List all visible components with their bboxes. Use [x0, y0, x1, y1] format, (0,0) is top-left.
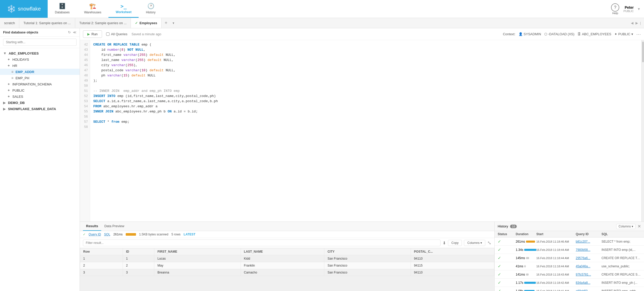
more-options-button[interactable]: ⋯	[636, 31, 641, 37]
query-id-link[interactable]: 97fc5781...	[576, 273, 601, 276]
databases-icon: 🗄️	[59, 3, 66, 10]
cell-lastname: Franklin	[241, 262, 324, 269]
schema-value: PUBLIC	[618, 32, 630, 36]
history-col-queryid: Query ID	[576, 232, 601, 236]
tree-item-information-schema[interactable]: ✦ INFORMATION_SCHEMA	[0, 81, 80, 87]
nav-label-warehouses: Warehouses	[84, 11, 101, 14]
history-row[interactable]: ✓ 141ms 16.Feb.2018 11:18:43 AM 97fc5781…	[495, 270, 644, 279]
tree-item-demo-db[interactable]: ▶ DEMO_DB	[0, 100, 80, 106]
context-schema[interactable]: ✦ PUBLIC ▾	[614, 32, 633, 36]
history-close-button[interactable]: ✕	[638, 224, 641, 229]
filter-input[interactable]	[83, 240, 440, 246]
refresh-icon[interactable]: ↻	[68, 30, 71, 34]
query-id-link[interactable]: a69cb50...	[576, 289, 601, 291]
tab-dropdown-arrow[interactable]: ▾	[171, 21, 176, 25]
duration-bar	[524, 290, 535, 291]
scroll-thumb[interactable]	[642, 42, 644, 62]
query-id-link[interactable]: b81c207...	[576, 240, 601, 243]
query-id-link[interactable]: Query ID	[89, 233, 101, 236]
all-queries-input[interactable]	[106, 32, 109, 36]
schema-icon: ✦	[614, 32, 617, 36]
download-icon[interactable]: ⬇	[443, 241, 446, 245]
table-icon: ≡	[11, 70, 13, 74]
sidebar-tree: ▼ ABC_EMPLOYEES ✦ HOLIDAYS ✦ HR ≡ EMP_AD…	[0, 48, 80, 291]
query-id-link[interactable]: 7900b58...	[576, 248, 601, 252]
tree-item-public[interactable]: ✦ PUBLIC	[0, 87, 80, 93]
sidebar-title: Find database objects	[3, 30, 38, 34]
results-tab-results[interactable]: Results	[83, 222, 101, 231]
results-tab-label: Results	[86, 224, 98, 228]
tab-scratch[interactable]: scratch	[0, 18, 19, 28]
tree-item-abc-employees[interactable]: ▼ ABC_EMPLOYEES	[0, 50, 80, 56]
start-cell: 16.Feb.2018 11:18:44 AM	[536, 265, 576, 268]
cell-lastname: Kidd	[241, 255, 324, 262]
nav-item-databases[interactable]: 🗄️ Databases	[48, 0, 77, 18]
history-col-status: Status	[498, 232, 516, 236]
status-icon: ✓	[498, 239, 516, 244]
tree-item-snowflake-sample-data[interactable]: ▶ SNOWFLAKE_SAMPLE_DATA	[0, 106, 80, 112]
nav-label-worksheet: Worksheet	[116, 10, 131, 14]
nav-expand-arrows[interactable]: ▾	[638, 6, 640, 11]
tab-scratch-label: scratch	[4, 21, 15, 25]
nav-item-history[interactable]: 🕐 History	[139, 0, 163, 18]
code-line-54: FROM abc_employees.hr.emp_addr a	[93, 104, 638, 109]
code-editor[interactable]: 42 43 44 45 46 47 48 49 50 51 52 53 54 5…	[80, 40, 644, 222]
run-button[interactable]: ▶ Run	[83, 30, 102, 38]
sql-link[interactable]: SQL	[104, 233, 110, 236]
results-left-panel: Results Data Preview ✓ Query ID SQL 261m…	[80, 222, 495, 291]
table-header-row: Row ID FIRST_NAME LAST_NAME CITY POSTAL_…	[80, 248, 494, 255]
history-row[interactable]: ✓ 1.08s 16.Feb.2018 11:18:41 AM a69cb50.…	[495, 287, 644, 291]
preview-tab-label: Data Preview	[104, 224, 124, 228]
cell-city: San Francisco	[324, 255, 411, 262]
query-id-link[interactable]: 834a4a8...	[576, 281, 601, 285]
tree-item-sales[interactable]: ✦ SALES	[0, 93, 80, 100]
tree-item-emp-addr[interactable]: ≡ EMP_ADDR	[0, 69, 80, 75]
query-id-link[interactable]: 29576a6...	[576, 256, 601, 260]
history-row[interactable]: ✓ 41ms 16.Feb.2018 11:18:44 AM 45a046a..…	[495, 262, 644, 270]
nav-item-worksheet[interactable]: >_ Worksheet	[108, 0, 139, 18]
context-role[interactable]: 👤 SYSADMIN	[519, 32, 541, 36]
context-database[interactable]: 🗄 ABC_EMPLOYEES	[578, 32, 611, 36]
sql-cell: use_schema_public;	[601, 264, 641, 268]
help-button[interactable]: ? Help	[611, 3, 619, 15]
tab-add-button[interactable]: +	[162, 20, 171, 26]
tree-label: HOLIDAYS	[12, 58, 29, 61]
history-columns-button[interactable]: Columns ▾	[616, 224, 635, 229]
code-line-48: ph varchar(15) default NULL	[93, 73, 638, 78]
cell-postal: 94110	[411, 255, 494, 262]
tree-item-hr[interactable]: ✦ HR	[0, 63, 80, 69]
tree-item-holidays[interactable]: ✦ HOLIDAYS	[0, 56, 80, 63]
history-row[interactable]: ✓ 1.34s 16.Feb.2018 11:18:44 AM 7900b58.…	[495, 246, 644, 254]
user-info[interactable]: Peter PUBLIC	[623, 5, 634, 13]
tab-nav-prev[interactable]: ◀	[630, 21, 634, 25]
content-area: ▶ Run All Queries Saved a minute ago Con…	[80, 28, 644, 291]
copy-button[interactable]: Copy	[448, 240, 462, 246]
context-warehouse[interactable]: ⬡ ◦DATALOAD (XS)	[544, 32, 574, 36]
nav-item-warehouses[interactable]: 🏗️ Warehouses	[77, 0, 108, 18]
results-meta: ✓ Query ID SQL 261ms 1.5KB bytes scanned…	[80, 231, 494, 238]
history-row[interactable]: ✓ 1.17s 16.Feb.2018 11:18:42 AM 834a4a8.…	[495, 279, 644, 287]
query-id-link[interactable]: 45a046a...	[576, 264, 601, 268]
collapse-icon[interactable]: ≪	[73, 30, 77, 34]
history-col-duration: Duration	[516, 232, 536, 236]
history-row[interactable]: ✓ 145ms 16.Feb.2018 11:18:44 AM 29576a6.…	[495, 254, 644, 262]
duration-bar	[526, 257, 529, 259]
tab-tutorial1[interactable]: Tutorial 1: Sample queries on ...	[19, 18, 75, 28]
columns-button[interactable]: Columns ▾	[464, 240, 485, 246]
expand-icon[interactable]: ⤡	[487, 240, 491, 246]
tree-item-emp-ph[interactable]: ≡ EMP_PH	[0, 75, 80, 81]
tab-nav-next[interactable]: ▶	[634, 21, 639, 25]
code-line-58	[93, 125, 638, 130]
tab-check-icon: ✓	[135, 21, 138, 25]
tab-employees[interactable]: ✓ Employees	[131, 18, 162, 28]
search-input[interactable]	[3, 39, 77, 46]
tree-label: EMP_ADDR	[15, 70, 34, 74]
all-queries-checkbox[interactable]: All Queries	[106, 32, 128, 36]
results-tab-preview[interactable]: Data Preview	[101, 222, 127, 231]
tab-more-options[interactable]: |	[639, 21, 642, 25]
duration-bar	[524, 265, 526, 267]
vertical-scrollbar[interactable]	[641, 40, 644, 222]
tab-tutorial2[interactable]: Tutorial 2: Sample queries on ...	[75, 18, 131, 28]
history-row[interactable]: ✓ 261ms 16.Feb.2018 11:18:46 AM b81c207.…	[495, 237, 644, 246]
cell-firstname: May	[154, 262, 241, 269]
